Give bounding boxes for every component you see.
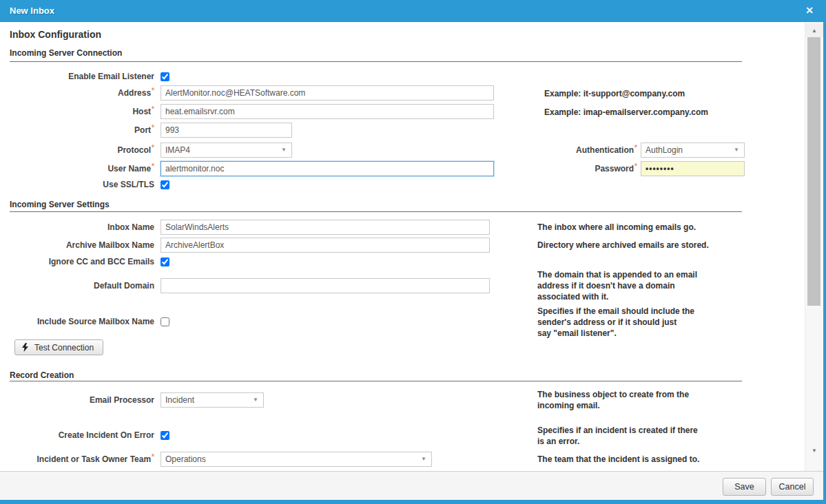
test-connection-button[interactable]: Test Connection [14,339,103,355]
required-marker: * [634,144,637,151]
dialog-titlebar: New Inbox ✕ [0,0,826,22]
include-source-mailbox-label: Include Source Mailbox Name [0,317,154,326]
section-divider [10,211,742,212]
port-label: Port* [0,125,154,136]
section-divider [10,61,742,62]
cancel-button[interactable]: Cancel [771,478,814,496]
archive-mailbox-label: Archive Mailbox Name [0,240,154,250]
scroll-down-icon[interactable]: ▼ [805,443,823,457]
port-input[interactable] [161,123,292,138]
dialog-footer: Save Cancel [0,471,826,500]
required-marker: * [152,105,154,113]
user-name-label: User Name* [0,164,154,174]
use-ssl-checkbox[interactable] [161,180,169,189]
address-input[interactable] [161,85,494,101]
owner-team-select-value: Operations [165,454,206,464]
host-label: Host* [0,107,154,117]
email-processor-help: The business object to create from the i… [537,389,689,411]
required-marker: * [152,87,154,94]
dialog-title: New Inbox [10,6,54,16]
email-processor-select-value: Incident [165,395,194,405]
section-title-incoming-server-connection: Incoming Server Connection [10,48,122,58]
create-incident-on-error-help: Specifies if an incident is created if t… [537,425,698,447]
default-domain-input[interactable] [161,278,490,293]
page-title: Inbox Configuration [10,29,101,40]
required-marker: * [152,124,154,132]
owner-team-label: Incident or Task Owner Team* [0,454,154,465]
user-name-input[interactable] [161,161,494,176]
protocol-label: Protocol* [0,145,154,156]
include-source-mailbox-help: Specifies if the email should include th… [537,306,694,339]
test-connection-label: Test Connection [34,343,94,353]
create-incident-on-error-label: Create Incident On Error [0,430,154,440]
chevron-down-icon: ▼ [281,147,287,153]
inbox-name-help: The inbox where all incoming emails go. [537,222,696,233]
host-example-text: Example: imap-emailserver.company.com [544,107,708,118]
inbox-name-label: Inbox Name [0,222,154,232]
enable-email-listener-label: Enable Email Listener [0,72,154,81]
required-marker: * [152,144,154,151]
ignore-cc-bcc-label: Ignore CC and BCC Emails [0,257,154,266]
owner-team-help: The team that the incident is assigned t… [537,454,699,465]
owner-team-select[interactable]: Operations ▼ [161,452,432,467]
section-title-incoming-server-settings: Incoming Server Settings [10,200,110,209]
address-example-text: Example: it-support@company.com [544,88,685,99]
archive-mailbox-help: Directory where archived emails are stor… [537,240,709,251]
address-label: Address* [0,88,154,98]
email-processor-label: Email Processor [0,395,154,405]
required-marker: * [634,162,637,170]
protocol-select-value: IMAP4 [165,145,190,155]
authentication-select[interactable]: AuthLogin ▼ [641,143,745,158]
create-incident-on-error-checkbox[interactable] [161,431,169,440]
password-input[interactable] [641,161,745,176]
chevron-down-icon: ▼ [253,397,258,403]
new-inbox-dialog: New Inbox ✕ Inbox Configuration Incoming… [0,0,826,504]
save-button[interactable]: Save [723,478,766,496]
dialog-bottom-border [0,500,826,504]
use-ssl-label: Use SSL/TLS [0,180,154,189]
required-marker: * [152,162,154,170]
include-source-mailbox-checkbox[interactable] [161,317,169,326]
protocol-select[interactable]: IMAP4 ▼ [161,143,292,158]
host-input[interactable] [161,104,494,119]
default-domain-label: Default Domain [0,281,154,291]
lightning-icon [22,343,28,352]
archive-mailbox-input[interactable] [161,238,490,253]
password-label: Password* [482,164,637,174]
required-marker: * [152,453,154,461]
section-title-record-creation: Record Creation [10,370,74,380]
default-domain-help: The domain that is appended to an email … [537,269,697,302]
inbox-name-input[interactable] [161,220,490,235]
chevron-down-icon: ▼ [421,456,426,462]
close-icon[interactable]: ✕ [805,5,814,16]
scrollbar-thumb[interactable] [807,37,820,306]
section-divider [10,381,742,381]
authentication-select-value: AuthLogin [646,145,683,155]
scroll-up-icon[interactable]: ▲ [805,23,823,37]
authentication-label: Authentication* [482,145,637,156]
vertical-scrollbar[interactable]: ▲ ▼ [805,22,823,471]
enable-email-listener-checkbox[interactable] [161,72,169,81]
email-processor-select[interactable]: Incident ▼ [161,392,264,408]
ignore-cc-bcc-checkbox[interactable] [161,258,169,266]
chevron-down-icon: ▼ [734,147,739,153]
